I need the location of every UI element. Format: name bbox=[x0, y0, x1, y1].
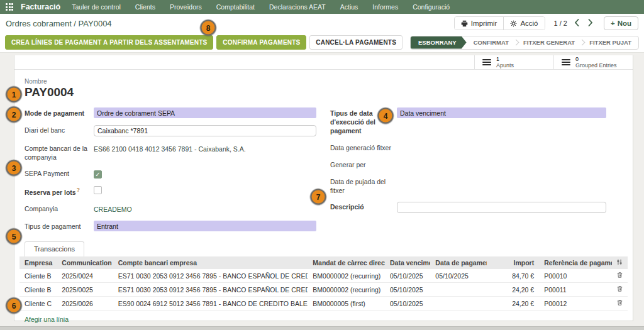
pager-previous-button[interactable] bbox=[572, 18, 581, 30]
delete-row-button[interactable] bbox=[612, 269, 628, 283]
nav-item-tauler-de-control[interactable]: Tauler de control bbox=[72, 3, 121, 11]
stat-button-apunts[interactable]: 1Apunts bbox=[474, 55, 553, 69]
cell-import: 24,20 € bbox=[487, 297, 539, 311]
plus-icon: + bbox=[611, 19, 615, 27]
trash-icon bbox=[617, 285, 623, 292]
stat-button-grouped-entries[interactable]: 0Grouped Entries bbox=[553, 55, 633, 69]
field-label-mode-de-pagament: Mode de pagament bbox=[25, 107, 94, 118]
annotation-5: 5 bbox=[6, 229, 22, 245]
column-header-data-venciment[interactable]: Data venciment bbox=[385, 256, 430, 269]
cell-data-de-pagament: 05/10/2025 bbox=[430, 269, 486, 283]
tab-transaccions[interactable]: Transaccions bbox=[25, 241, 84, 256]
status-step-confirmat[interactable]: CONFIRMAT bbox=[467, 36, 516, 49]
crea-linies-de-pagament-a-partir-dels-assentaments-button[interactable]: CREA LÍNIES DE PAGAMENT A PARTIR DELS AS… bbox=[5, 35, 213, 50]
table-row[interactable]: Cliente B2025/0024ES71 0030 2053 0912 34… bbox=[19, 269, 628, 283]
field-input-diari-del-banc[interactable] bbox=[94, 125, 316, 136]
nav-item-declaracions-aeat[interactable]: Declaracions AEAT bbox=[269, 3, 326, 11]
field-descripcio: Descripció bbox=[330, 201, 623, 213]
column-header-referencia-de-pagament[interactable]: Referència de pagament bbox=[539, 256, 612, 269]
print-button[interactable]: Imprimir bbox=[455, 17, 504, 30]
nav-item-configuracio[interactable]: Configuració bbox=[413, 3, 450, 11]
field-link-compte-bancari-de-la-companyia[interactable]: ES66 2100 0418 4012 3456 7891 - Caixaban… bbox=[94, 144, 246, 153]
nav-item-informes[interactable]: Informes bbox=[372, 3, 398, 11]
cell-compte-bancari-empresa: ES71 0030 2053 0912 3456 7895 - BANCO ES… bbox=[113, 269, 308, 283]
delete-row-button[interactable] bbox=[612, 283, 628, 297]
field-link-companyia[interactable]: CREADEMO bbox=[94, 204, 132, 213]
column-header-compte-bancari-empresa[interactable]: Compte bancari empresa bbox=[113, 256, 308, 269]
field-value-tipus-de-pagament: Entrant bbox=[94, 221, 316, 231]
header-controls: Imprimir Acció 1 / 2 + Nou bbox=[454, 16, 638, 30]
field-input-tipus-de-data-d-execucio-del-pagament[interactable]: Data venciment bbox=[397, 107, 606, 118]
hamburger-icon bbox=[482, 59, 491, 65]
cell-referencia-de-pagament: P00012 bbox=[539, 297, 612, 311]
status-step-esborrany[interactable]: ESBORRANY bbox=[411, 36, 467, 49]
annotation-3: 3 bbox=[6, 160, 22, 176]
stat-value: 1 bbox=[496, 56, 514, 62]
field-tipus-de-data-d-execucio-del-pagament: Tipus de data d'execució del pagamentDat… bbox=[330, 107, 623, 136]
cell-data-venciment: 05/10/2025 bbox=[385, 269, 430, 283]
column-header-import[interactable]: Import bbox=[487, 256, 539, 269]
cell-empresa: Cliente B bbox=[19, 283, 57, 297]
bottom-strip bbox=[0, 326, 644, 330]
field-value-reserva-per-lots bbox=[94, 185, 316, 197]
annotation-2: 2 bbox=[6, 107, 22, 123]
field-input-descripcio[interactable] bbox=[397, 202, 606, 213]
column-header-empresa[interactable]: Empresa bbox=[19, 256, 57, 269]
column-header-mandat-de-carrec-directe[interactable]: Mandat de càrrec directe bbox=[308, 256, 385, 269]
add-line-link[interactable]: Afegir una línia bbox=[19, 311, 628, 327]
cell-data-venciment: 05/10/2025 bbox=[385, 297, 430, 311]
form-right-column: Tipus de data d'execució del pagamentDat… bbox=[330, 107, 623, 238]
cell-mandat-de-carrec-directe: BM0000002 (recurring) bbox=[308, 283, 385, 297]
stat-value: 0 bbox=[575, 56, 617, 62]
columns-adjust-header[interactable] bbox=[612, 256, 628, 269]
cell-empresa: Cliente C bbox=[19, 297, 57, 311]
field-mode-de-pagament: Mode de pagamentOrdre de cobrament SEPA bbox=[25, 107, 330, 118]
status-step-fitxer-generat[interactable]: FITXER GENERAT bbox=[516, 36, 582, 49]
cell-import: 84,70 € bbox=[487, 269, 539, 283]
pager-next-button[interactable] bbox=[586, 18, 595, 30]
action-menu-button[interactable]: Acció bbox=[503, 17, 544, 30]
annotation-8: 8 bbox=[201, 20, 216, 36]
nav-item-proveidors[interactable]: Proveïdors bbox=[170, 3, 202, 11]
column-header-communication[interactable]: Communication bbox=[57, 256, 113, 269]
field-data-de-pujada-del-fitxer: Data de pujada del fitxer bbox=[330, 176, 623, 195]
field-value-sepa-payment: ✓ bbox=[94, 168, 316, 179]
action-buttons-row: CREA LÍNIES DE PAGAMENT A PARTIR DELS AS… bbox=[0, 33, 644, 52]
field-sepa-payment: SEPA Payment✓ bbox=[25, 168, 330, 179]
field-input-tipus-de-pagament[interactable]: Entrant bbox=[94, 221, 316, 231]
checkbox-sepa-payment[interactable]: ✓ bbox=[94, 170, 102, 179]
top-menu: Tauler de controlClientsProveïdorsCompta… bbox=[72, 3, 450, 11]
field-label-diari-del-banc: Diari del banc bbox=[25, 124, 94, 135]
field-value-compte-bancari-de-la-companyia: ES66 2100 0418 4012 3456 7891 - Caixaban… bbox=[94, 143, 316, 154]
action-buttons: CREA LÍNIES DE PAGAMENT A PARTIR DELS AS… bbox=[5, 35, 402, 50]
hamburger-icon bbox=[562, 59, 570, 65]
cell-referencia-de-pagament: P00011 bbox=[539, 283, 612, 297]
name-field-label: Nombre bbox=[25, 78, 623, 85]
table-row[interactable]: Cliente B2025/0025ES71 0030 2053 0912 34… bbox=[19, 283, 628, 297]
annotation-4: 4 bbox=[378, 108, 394, 124]
app-name[interactable]: Facturació bbox=[21, 3, 60, 11]
nav-item-comptabilitat[interactable]: Comptabilitat bbox=[216, 3, 255, 11]
cell-referencia-de-pagament: P00010 bbox=[539, 269, 612, 283]
confirma-pagaments-button[interactable]: CONFIRMA PAGAMENTS bbox=[216, 35, 306, 50]
chevron-right-icon bbox=[588, 19, 593, 26]
cancel-la-pagaments-button[interactable]: CANCEL·LA PAGAMENTS bbox=[309, 35, 402, 50]
form-card: 1Apunts0Grouped Entries Nombre PAY0004 M… bbox=[14, 55, 633, 321]
cell-import: 24,20 € bbox=[487, 283, 539, 297]
apps-grid-icon[interactable] bbox=[6, 3, 13, 11]
table-row[interactable]: Cliente C2025/0026ES90 0024 6912 5012 34… bbox=[19, 297, 628, 311]
field-label-generar-per: Generar per bbox=[330, 159, 397, 169]
nav-item-actius[interactable]: Actius bbox=[340, 3, 358, 11]
delete-row-button[interactable] bbox=[612, 297, 628, 311]
breadcrumb[interactable]: Ordres cobrament / PAY0004 bbox=[6, 19, 112, 28]
new-label: Nou bbox=[618, 19, 631, 27]
help-icon[interactable]: ? bbox=[77, 187, 80, 193]
field-input-mode-de-pagament[interactable]: Ordre de cobrament SEPA bbox=[94, 107, 316, 118]
new-button[interactable]: + Nou bbox=[604, 16, 638, 30]
column-header-data-de-pagament[interactable]: Data de pagament bbox=[430, 256, 486, 269]
stat-label: Grouped Entries bbox=[575, 62, 617, 69]
nav-item-clients[interactable]: Clients bbox=[135, 3, 155, 11]
status-step-fitxer-pujat[interactable]: FITXER PUJAT bbox=[582, 36, 638, 49]
checkbox-reserva-per-lots[interactable] bbox=[94, 186, 102, 194]
field-diari-del-banc: Diari del banc bbox=[25, 124, 330, 136]
